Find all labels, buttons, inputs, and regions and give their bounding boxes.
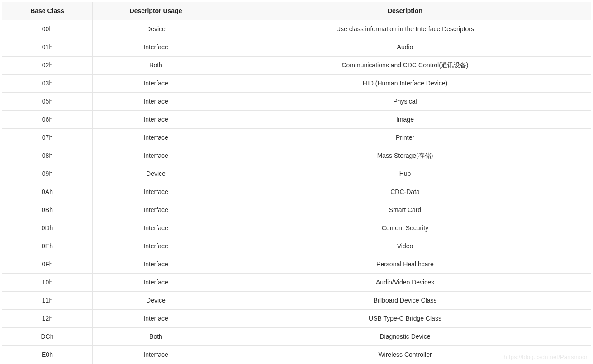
cell-description: Wireless Controller [219, 346, 591, 364]
cell-description: Content Security [219, 219, 591, 237]
table-row: 12hInterfaceUSB Type-C Bridge Class [2, 310, 591, 328]
table-row: E0hInterfaceWireless Controller [2, 346, 591, 364]
table-row: 02hBothCommunications and CDC Control(通讯… [2, 57, 591, 75]
table-row: 07hInterfacePrinter [2, 129, 591, 147]
cell-description: Image [219, 111, 591, 129]
table-row: 09hDeviceHub [2, 165, 591, 183]
cell-base-class: 00h [2, 20, 93, 38]
cell-description: Communications and CDC Control(通讯设备) [219, 57, 591, 75]
table-row: 08hInterfaceMass Storage(存储) [2, 147, 591, 165]
cell-base-class: 0Fh [2, 255, 93, 274]
table-row: 05hInterfacePhysical [2, 93, 591, 111]
usb-class-table: Base Class Descriptor Usage Description … [2, 2, 591, 364]
cell-base-class: E0h [2, 346, 93, 364]
cell-descriptor-usage: Interface [93, 147, 219, 165]
cell-descriptor-usage: Interface [93, 183, 219, 201]
cell-description: Mass Storage(存储) [219, 147, 591, 165]
cell-base-class: 0Eh [2, 237, 93, 255]
table-row: 0AhInterfaceCDC-Data [2, 183, 591, 201]
cell-description: Use class information in the Interface D… [219, 20, 591, 38]
cell-base-class: 0Bh [2, 201, 93, 219]
cell-description: Physical [219, 93, 591, 111]
cell-description: USB Type-C Bridge Class [219, 310, 591, 328]
cell-descriptor-usage: Interface [93, 274, 219, 292]
cell-descriptor-usage: Interface [93, 310, 219, 328]
cell-base-class: 0Ah [2, 183, 93, 201]
cell-base-class: DCh [2, 328, 93, 346]
cell-descriptor-usage: Device [93, 292, 219, 310]
cell-description: HID (Human Interface Device) [219, 75, 591, 93]
table-body: 00hDeviceUse class information in the In… [2, 20, 591, 364]
table-row: 06hInterfaceImage [2, 111, 591, 129]
cell-description: Personal Healthcare [219, 255, 591, 274]
cell-description: Audio [219, 38, 591, 57]
cell-descriptor-usage: Interface [93, 237, 219, 255]
header-descriptor-usage: Descriptor Usage [93, 2, 219, 20]
table-row: 00hDeviceUse class information in the In… [2, 20, 591, 38]
cell-descriptor-usage: Both [93, 328, 219, 346]
cell-description: Billboard Device Class [219, 292, 591, 310]
cell-base-class: 09h [2, 165, 93, 183]
cell-base-class: 08h [2, 147, 93, 165]
cell-base-class: 0Dh [2, 219, 93, 237]
cell-descriptor-usage: Interface [93, 93, 219, 111]
cell-description: Video [219, 237, 591, 255]
cell-descriptor-usage: Both [93, 57, 219, 75]
cell-base-class: 02h [2, 57, 93, 75]
cell-description: Audio/Video Devices [219, 274, 591, 292]
cell-base-class: 05h [2, 93, 93, 111]
table-row: 10hInterfaceAudio/Video Devices [2, 274, 591, 292]
cell-descriptor-usage: Interface [93, 75, 219, 93]
table-row: 01hInterfaceAudio [2, 38, 591, 57]
cell-descriptor-usage: Device [93, 20, 219, 38]
cell-descriptor-usage: Device [93, 165, 219, 183]
cell-descriptor-usage: Interface [93, 346, 219, 364]
table-row: 0BhInterfaceSmart Card [2, 201, 591, 219]
table-row: DChBothDiagnostic Device [2, 328, 591, 346]
cell-descriptor-usage: Interface [93, 255, 219, 274]
header-base-class: Base Class [2, 2, 93, 20]
table-row: 03hInterfaceHID (Human Interface Device) [2, 75, 591, 93]
cell-description: CDC-Data [219, 183, 591, 201]
table-header: Base Class Descriptor Usage Description [2, 2, 591, 20]
cell-description: Smart Card [219, 201, 591, 219]
header-description: Description [219, 2, 591, 20]
table-row: 0EhInterfaceVideo [2, 237, 591, 255]
cell-descriptor-usage: Interface [93, 38, 219, 57]
cell-base-class: 01h [2, 38, 93, 57]
cell-descriptor-usage: Interface [93, 201, 219, 219]
cell-description: Printer [219, 129, 591, 147]
cell-base-class: 10h [2, 274, 93, 292]
cell-description: Hub [219, 165, 591, 183]
cell-description: Diagnostic Device [219, 328, 591, 346]
cell-descriptor-usage: Interface [93, 111, 219, 129]
table-row: 11hDeviceBillboard Device Class [2, 292, 591, 310]
cell-base-class: 12h [2, 310, 93, 328]
table-row: 0FhInterfacePersonal Healthcare [2, 255, 591, 274]
cell-base-class: 06h [2, 111, 93, 129]
cell-base-class: 11h [2, 292, 93, 310]
cell-descriptor-usage: Interface [93, 129, 219, 147]
cell-descriptor-usage: Interface [93, 219, 219, 237]
cell-base-class: 07h [2, 129, 93, 147]
cell-base-class: 03h [2, 75, 93, 93]
table-row: 0DhInterfaceContent Security [2, 219, 591, 237]
